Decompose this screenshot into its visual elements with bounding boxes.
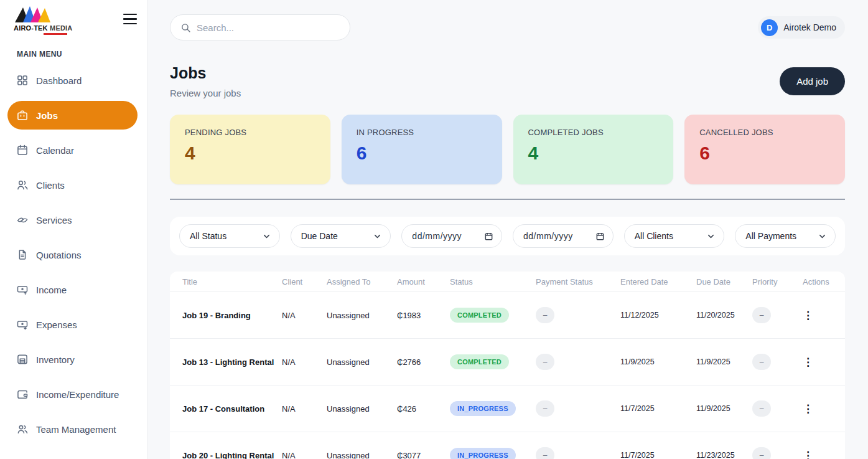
services-icon — [16, 214, 29, 226]
sidebar-item-label: Inventory — [36, 354, 75, 365]
priority-pill: – — [752, 307, 771, 323]
status-badge: COMPLETED — [450, 308, 509, 323]
search-bar[interactable] — [170, 14, 350, 40]
brand-name-part1: AIRO-TEK — [14, 24, 48, 32]
job-client: N/A — [282, 451, 327, 459]
card-arrow-down-icon — [16, 318, 29, 331]
row-actions-button[interactable]: ⋮ — [803, 449, 818, 459]
sidebar-item-jobs[interactable]: Jobs — [7, 101, 138, 130]
job-client: N/A — [282, 357, 327, 367]
chevron-down-icon — [373, 232, 382, 241]
date-to-input[interactable]: dd/mm/yyyy — [513, 224, 614, 248]
sidebar-item-label: Income/Expenditure — [36, 389, 119, 400]
chevron-down-icon — [706, 232, 716, 241]
calendar-icon — [16, 144, 29, 156]
date-from-input[interactable]: dd/mm/yyyy — [401, 224, 502, 248]
job-title: Job 20 - Lighting Rental — [182, 451, 282, 459]
sidebar-item-calendar[interactable]: Calendar — [7, 136, 138, 164]
job-due-date: 11/9/2025 — [696, 404, 752, 413]
due-date-filter-select[interactable]: Due Date — [291, 224, 391, 248]
sidebar-item-label: Income — [36, 285, 67, 295]
job-title: Job 19 - Branding — [182, 311, 282, 320]
status-badge: COMPLETED — [450, 354, 509, 369]
page-title: Jobs — [170, 64, 241, 82]
job-assigned: Unassigned — [327, 451, 397, 459]
menu-toggle-icon[interactable] — [123, 14, 137, 24]
status-filter-select[interactable]: All Status — [179, 224, 280, 248]
job-amount: ₵426 — [397, 404, 450, 414]
search-input[interactable] — [197, 22, 340, 33]
clients-filter-select[interactable]: All Clients — [624, 224, 725, 248]
column-header-amount: Amount — [397, 277, 450, 286]
column-header-client: Client — [282, 277, 327, 286]
column-header-status: Status — [450, 277, 536, 286]
archive-icon — [16, 353, 29, 366]
table-row: Job 13 - Lighting Rental N/A Unassigned … — [170, 339, 845, 386]
payments-filter-select[interactable]: All Payments — [735, 224, 836, 248]
job-title: Job 17 - Consultation — [182, 404, 282, 414]
stat-value: 6 — [357, 143, 487, 164]
stat-label: IN PROGRESS — [357, 128, 487, 137]
sidebar-item-inventory[interactable]: Inventory — [7, 345, 138, 374]
job-assigned: Unassigned — [327, 404, 397, 414]
stat-label: PENDING JOBS — [185, 128, 315, 137]
job-amount: ₵2766 — [397, 357, 450, 367]
row-actions-button[interactable]: ⋮ — [803, 309, 818, 322]
briefcase-icon — [16, 109, 29, 121]
sidebar-item-team-management[interactable]: Team Management — [7, 415, 138, 443]
job-assigned: Unassigned — [327, 357, 397, 367]
sidebar-item-quotations[interactable]: Quotations — [7, 240, 138, 269]
stat-card-completed: COMPLETED JOBS 4 — [513, 115, 674, 184]
dashboard-icon — [16, 74, 29, 87]
sidebar-item-label: Jobs — [36, 110, 58, 121]
column-header-assigned: Assigned To — [327, 277, 397, 286]
sidebar-item-income[interactable]: Income — [7, 275, 138, 304]
user-name: Airotek Demo — [783, 22, 836, 32]
sidebar-item-expenses[interactable]: Expenses — [7, 310, 138, 339]
job-amount: ₵3077 — [397, 451, 450, 459]
sidebar-item-clients[interactable]: Clients — [7, 171, 138, 199]
sidebar-item-label: Quotations — [36, 250, 82, 260]
row-actions-button[interactable]: ⋮ — [803, 402, 818, 415]
column-header-actions: Actions — [803, 277, 833, 286]
brand-name-part2: MEDIA — [50, 24, 72, 32]
sidebar-item-label: Dashboard — [36, 75, 82, 86]
job-client: N/A — [282, 311, 327, 320]
table-row: Job 20 - Lighting Rental N/A Unassigned … — [170, 432, 845, 459]
stat-value: 4 — [185, 143, 315, 164]
column-header-priority: Priority — [752, 277, 803, 286]
column-header-due-date: Due Date — [696, 277, 752, 286]
job-assigned: Unassigned — [327, 311, 397, 320]
sidebar-item-dashboard[interactable]: Dashboard — [7, 66, 138, 95]
user-menu[interactable]: D Airotek Demo — [758, 16, 845, 39]
job-entered-date: 11/7/2025 — [620, 451, 696, 459]
sidebar: AIRO-TEK MEDIA MAIN MENU Dashboard Jobs … — [0, 0, 147, 459]
job-due-date: 11/23/2025 — [696, 451, 752, 459]
sidebar-item-income-expenditure[interactable]: Income/Expenditure — [7, 380, 138, 409]
avatar: D — [761, 19, 778, 36]
sidebar-item-label: Clients — [36, 180, 65, 191]
sidebar-item-label: Services — [36, 215, 72, 225]
brand-logo-redbar — [44, 33, 67, 35]
main-content: D Airotek Demo Jobs Review your jobs Add… — [147, 0, 868, 459]
sidebar-item-services[interactable]: Services — [7, 206, 138, 234]
calendar-picker-icon — [595, 232, 605, 241]
topbar: D Airotek Demo — [170, 0, 845, 40]
column-header-entered-date: Entered Date — [620, 277, 696, 286]
row-actions-button[interactable]: ⋮ — [803, 356, 818, 369]
stat-card-pending: PENDING JOBS 4 — [170, 115, 330, 184]
add-job-button[interactable]: Add job — [780, 67, 845, 95]
team-icon — [16, 423, 29, 435]
page-header: Jobs Review your jobs Add job — [170, 64, 845, 98]
stats-row: PENDING JOBS 4 IN PROGRESS 6 COMPLETED J… — [170, 115, 845, 184]
brand-logo: AIRO-TEK MEDIA — [14, 5, 71, 35]
sidebar-item-label: Team Management — [36, 424, 116, 435]
job-amount: ₵1983 — [397, 311, 450, 320]
wallet-icon — [16, 388, 29, 400]
card-arrow-up-icon — [16, 283, 29, 296]
job-entered-date: 11/7/2025 — [620, 404, 696, 413]
payment-status-pill: – — [536, 400, 554, 417]
chevron-down-icon — [262, 232, 271, 241]
job-entered-date: 11/9/2025 — [620, 357, 696, 366]
page-subtitle: Review your jobs — [170, 88, 241, 98]
